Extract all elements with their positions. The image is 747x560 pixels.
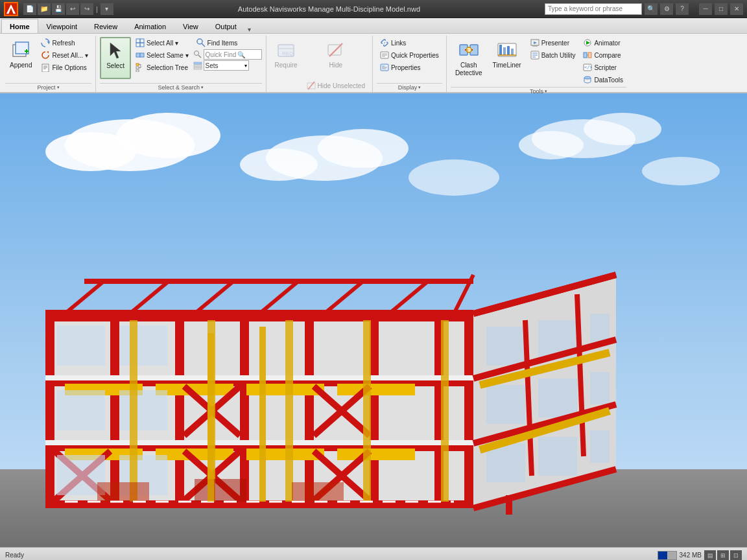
status-icon-1[interactable]: ▤ <box>704 550 716 561</box>
links-label: Links <box>391 40 406 47</box>
svg-marker-12 <box>110 43 121 58</box>
clash-detective-icon: ! <box>458 40 479 60</box>
select-button[interactable]: Select <box>100 37 131 79</box>
hide-unselected-label: Hide Unselected <box>318 82 365 89</box>
svg-rect-169 <box>486 327 525 366</box>
refresh-label: Refresh <box>52 40 75 47</box>
svg-rect-29 <box>194 62 202 64</box>
quick-find-icon <box>193 50 202 59</box>
customize-qat-button[interactable]: ▾ <box>101 3 113 15</box>
svg-line-38 <box>308 82 314 89</box>
svg-rect-164 <box>97 482 149 502</box>
find-items-label: Find Items <box>208 40 238 47</box>
help-search-button[interactable]: 🔍 <box>645 3 658 15</box>
tab-viewpoint[interactable]: Viewpoint <box>38 19 86 33</box>
find-items-button[interactable]: Find Items <box>193 37 262 49</box>
tab-animation[interactable]: Animation <box>126 19 174 33</box>
tab-view[interactable]: View <box>174 19 207 33</box>
svg-rect-19 <box>136 64 139 65</box>
file-options-button[interactable]: File Options <box>38 62 91 73</box>
svg-point-83 <box>584 113 661 145</box>
svg-line-28 <box>198 55 201 58</box>
sets-dropdown[interactable]: Sets ▾ <box>204 60 249 71</box>
tab-home[interactable]: Home <box>1 19 38 33</box>
status-icon-2[interactable]: ⊞ <box>717 550 729 561</box>
append-icon <box>10 40 31 60</box>
quick-properties-button[interactable]: Quick Properties <box>377 49 442 61</box>
project-group-label[interactable]: Project ▾ <box>5 83 91 91</box>
timeliner-button[interactable]: TimeLiner <box>488 37 526 79</box>
select-all-button[interactable]: Select All ▾ <box>132 37 191 49</box>
svg-rect-20 <box>136 67 139 69</box>
datatools-button[interactable]: DataTools <box>580 74 626 86</box>
timeliner-label: TimeLiner <box>493 62 521 69</box>
svg-rect-21 <box>136 70 139 72</box>
svg-rect-124 <box>305 314 314 379</box>
maximize-button[interactable]: □ <box>715 3 728 15</box>
svg-rect-197 <box>259 327 266 502</box>
quick-properties-icon <box>380 51 389 60</box>
hide-unselected-icon <box>307 81 316 90</box>
tab-review[interactable]: Review <box>86 19 126 33</box>
svg-rect-153 <box>119 390 167 430</box>
select-search-col: Select All ▾ Select Same ▾ <box>132 37 191 73</box>
svg-rect-14 <box>140 39 144 43</box>
compare-label: Compare <box>594 52 621 59</box>
tab-output[interactable]: Output <box>207 19 245 33</box>
quick-find-input[interactable]: Quick Find 🔍 <box>204 49 262 60</box>
close-button[interactable]: ✕ <box>730 3 743 15</box>
options-button[interactable]: ⚙ <box>660 3 673 15</box>
svg-rect-177 <box>590 430 610 463</box>
reset-all-button[interactable]: Reset All... ▾ <box>38 49 91 61</box>
model-view[interactable] <box>0 93 747 547</box>
refresh-button[interactable]: Refresh <box>38 37 91 49</box>
save-button[interactable]: 💾 <box>52 3 65 15</box>
redo-button[interactable]: ↪ <box>80 3 93 15</box>
selection-tree-button[interactable]: Selection Tree <box>132 62 191 73</box>
presenter-label: Presenter <box>541 40 569 47</box>
links-button[interactable]: Links <box>377 37 442 49</box>
select-label: Select <box>106 62 124 70</box>
append-button[interactable]: Append <box>5 37 36 79</box>
ribbon-content: Append Refresh <box>0 34 747 92</box>
help-button[interactable]: ? <box>676 3 689 15</box>
compare-button[interactable]: Compare <box>580 49 626 61</box>
memory-indicator <box>658 551 677 560</box>
svg-rect-198 <box>208 333 214 502</box>
svg-text:!: ! <box>467 49 468 52</box>
viewport[interactable] <box>0 93 747 547</box>
keyword-search[interactable] <box>545 3 642 15</box>
select-search-group: Select Select All ▾ <box>97 36 266 92</box>
batch-utility-button[interactable]: Batch Utility <box>527 49 579 61</box>
presenter-button[interactable]: Presenter <box>527 37 579 49</box>
clash-detective-button[interactable]: ! ClashDetective <box>451 37 487 79</box>
svg-point-85 <box>409 159 499 196</box>
undo-button[interactable]: ↩ <box>66 3 79 15</box>
require-button[interactable]: REQ Require <box>270 37 302 79</box>
select-search-group-label[interactable]: Select & Search ▾ <box>100 83 261 91</box>
search-input[interactable] <box>548 5 626 12</box>
properties-button[interactable]: Properties <box>377 62 442 73</box>
hide-button[interactable]: Hide <box>303 37 368 79</box>
display-group-label[interactable]: Display ▾ <box>377 83 442 91</box>
select-icon <box>105 40 126 61</box>
scripter-button[interactable]: </> Scripter <box>580 62 626 73</box>
hide-unselected-button[interactable]: Hide Unselected <box>303 80 368 91</box>
quick-access-toolbar[interactable]: 📄 📁 💾 ↩ ↪ | ▾ <box>23 3 113 15</box>
svg-rect-125 <box>370 314 379 379</box>
window-title: Autodesk Navisworks Manage Multi-Discipl… <box>238 5 420 13</box>
batch-utility-label: Batch Utility <box>541 52 576 59</box>
ribbon-expand-btn[interactable]: ▾ <box>248 26 251 33</box>
status-icon-3[interactable]: ⊡ <box>730 550 742 561</box>
select-same-button[interactable]: Select Same ▾ <box>132 49 191 61</box>
new-button[interactable]: 📄 <box>23 3 36 15</box>
timeliner-icon <box>497 40 517 60</box>
open-button[interactable]: 📁 <box>38 3 51 15</box>
animator-button[interactable]: Animator <box>580 37 626 49</box>
statusbar-icons: ▤ ⊞ ⊡ <box>704 550 742 561</box>
svg-line-41 <box>384 42 385 43</box>
svg-rect-152 <box>57 390 105 430</box>
ribbon-tabs: Home Viewpoint Review Animation View Out… <box>0 18 747 34</box>
minimize-button[interactable]: ─ <box>699 3 712 15</box>
display-buttons: Links Quick Properties <box>377 37 442 82</box>
